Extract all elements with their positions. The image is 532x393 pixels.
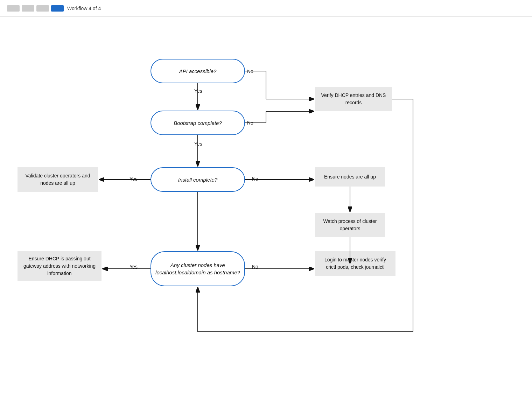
install-no-label: No [252, 176, 258, 182]
workflow-label: Workflow 4 of 4 [67, 6, 101, 11]
verify-dhcp-box: Verify DHCP entries and DNS records [315, 87, 392, 111]
install-complete-node: Install complete? [150, 167, 245, 192]
cluster-nodes-node: Any cluster nodes have localhost.localdo… [150, 251, 245, 286]
diagram-area: API accessible? Bootstrap complete? Inst… [0, 17, 532, 393]
validate-cluster-box: Validate cluster operators and nodes are… [18, 167, 98, 192]
bootstrap-yes-label: Yes [194, 141, 202, 147]
workflow-steps [7, 5, 64, 12]
api-yes-label: Yes [194, 88, 202, 94]
api-accessible-node: API accessible? [150, 59, 245, 83]
cluster-no-label: No [252, 264, 258, 269]
api-no-label: No [247, 69, 253, 74]
step-1 [7, 5, 20, 12]
login-master-box: Login to master nodes verify crictl pods… [315, 251, 396, 276]
ensure-nodes-box: Ensure nodes are all up [315, 167, 385, 187]
step-3 [36, 5, 49, 12]
watch-process-box: Watch process of cluster operators [315, 213, 385, 237]
step-4 [51, 5, 64, 12]
install-yes-label: Yes [130, 176, 138, 182]
ensure-dhcp-box: Ensure DHCP is passing out gateway addre… [18, 251, 102, 281]
top-bar: Workflow 4 of 4 [0, 0, 532, 17]
cluster-yes-label: Yes [130, 264, 138, 269]
bootstrap-no-label: No [247, 120, 253, 126]
flow-arrows [0, 17, 532, 393]
step-2 [22, 5, 34, 12]
bootstrap-complete-node: Bootstrap complete? [150, 111, 245, 135]
